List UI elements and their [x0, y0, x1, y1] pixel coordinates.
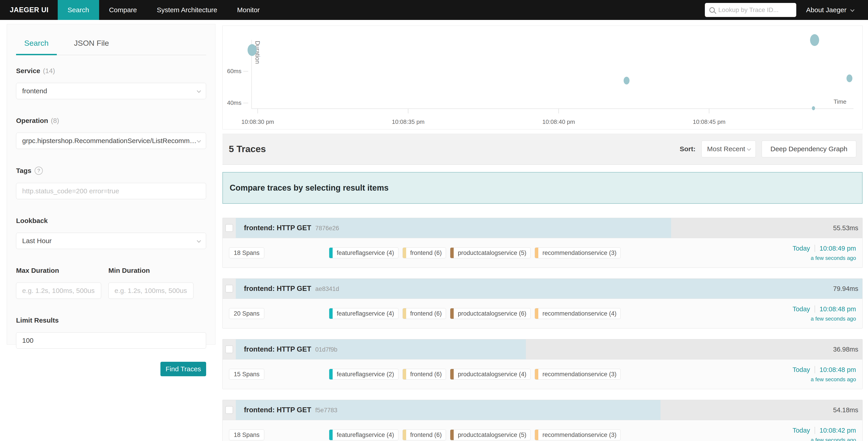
trace-relative-time: a few seconds ago — [793, 437, 856, 441]
trace-checkbox-cell — [223, 279, 236, 299]
app-brand: JAEGER UI — [0, 0, 58, 20]
service-tag-label: featureflagservice (2) — [333, 369, 398, 379]
operation-label: Operation (8) — [16, 117, 206, 124]
trace-time-column: Today 10:08:48 pm a few seconds ago — [793, 366, 856, 383]
lookback-label: Lookback — [16, 217, 206, 225]
trace-card-header[interactable]: frontend: HTTP GET01d7f9b 36.98ms — [223, 340, 862, 359]
sort-value: Most Recent — [707, 145, 745, 153]
service-color-chip — [403, 308, 406, 319]
operation-field: Operation (8) grpc.hipstershop.Recommend… — [16, 117, 206, 149]
lookback-value: Last Hour — [22, 237, 52, 245]
trace-relative-time: a few seconds ago — [793, 316, 856, 322]
trace-card-header[interactable]: frontend: HTTP GETae8341d 79.94ms — [223, 279, 862, 299]
tags-input[interactable] — [16, 183, 206, 199]
operation-select[interactable]: grpc.hipstershop.RecommendationService/L… — [16, 133, 206, 149]
trace-compare-checkbox[interactable] — [225, 406, 233, 414]
nav-item[interactable]: Compare — [99, 0, 147, 20]
trace-compare-checkbox[interactable] — [225, 224, 233, 232]
limit-results-field: Limit Results — [16, 317, 206, 349]
trace-id: 01d7f9b — [315, 346, 337, 353]
sort-label: Sort: — [680, 145, 695, 153]
service-tag: productcatalogservice (4) — [450, 369, 531, 380]
trace-result-card: frontend: HTTP GET01d7f9b 36.98ms 15 Spa… — [222, 339, 863, 389]
span-count-badge: 18 Spans — [229, 247, 264, 258]
service-tag-label: productcatalogservice (6) — [454, 308, 530, 319]
nav-item[interactable]: Search — [58, 0, 99, 20]
service-color-chip — [535, 308, 538, 319]
search-sidebar: Search JSON File Service (14) frontend O… — [7, 24, 215, 345]
help-question-icon[interactable]: ? — [35, 167, 43, 175]
trace-duration: 79.94ms — [833, 285, 862, 293]
service-tag: frontend (6) — [403, 247, 446, 258]
trace-day: Today — [793, 305, 810, 313]
trace-id: ae8341d — [315, 286, 339, 292]
y-tick-mark — [243, 71, 248, 71]
trace-scatter-dot[interactable] — [248, 44, 257, 56]
trace-title: frontend: HTTP GETf5e7783 — [236, 406, 337, 414]
trace-card-header[interactable]: frontend: HTTP GET7876e26 55.53ms — [223, 218, 862, 238]
trace-duration: 54.18ms — [833, 406, 862, 414]
service-tag-label: recommendationservice (4) — [538, 308, 620, 319]
service-tag-label: frontend (6) — [406, 248, 446, 258]
trace-result-card: frontend: HTTP GETae8341d 79.94ms 20 Spa… — [222, 278, 863, 328]
sidebar-tab-label: JSON File — [74, 39, 109, 47]
x-axis-title: Time — [834, 98, 846, 105]
service-field: Service (14) frontend — [16, 67, 206, 99]
time-divider — [815, 427, 815, 434]
find-traces-button[interactable]: Find Traces — [160, 362, 206, 376]
trace-result-card: frontend: HTTP GET7876e26 55.53ms 18 Spa… — [222, 218, 863, 268]
service-tag-label: recommendationservice (3) — [538, 430, 620, 440]
trace-card-body: 20 Spans featureflagservice (4) frontend… — [223, 299, 862, 328]
limit-results-input[interactable] — [16, 332, 206, 349]
service-tag: featureflagservice (4) — [329, 430, 399, 440]
service-tags: featureflagservice (4) frontend (6) prod… — [329, 430, 621, 440]
x-tick: 10:08:40 pm — [542, 109, 575, 125]
time-divider — [815, 366, 815, 373]
service-count: (14) — [43, 67, 55, 75]
trace-card-body: 18 Spans featureflagservice (4) frontend… — [223, 420, 862, 441]
tags-label: Tags ? — [16, 167, 206, 175]
max-duration-label: Max Duration — [16, 267, 101, 274]
trace-time: 10:08:48 pm — [819, 305, 856, 313]
trace-checkbox-cell — [223, 218, 236, 238]
duration-fields: Max Duration Min Duration — [16, 267, 206, 299]
trace-scatter-dot[interactable] — [624, 77, 629, 84]
trace-scatter-dot[interactable] — [810, 34, 819, 46]
trace-card-body: 18 Spans featureflagservice (4) frontend… — [223, 238, 862, 268]
service-color-chip — [535, 248, 538, 258]
service-tag: recommendationservice (4) — [535, 308, 621, 319]
deep-dependency-graph-button[interactable]: Deep Dependency Graph — [762, 141, 856, 157]
max-duration-input[interactable] — [16, 283, 101, 299]
trace-scatter-dot[interactable] — [812, 106, 815, 110]
sort-select[interactable]: Most Recent — [702, 141, 756, 157]
service-tag-label: recommendationservice (3) — [538, 248, 620, 258]
sidebar-tab[interactable]: Search — [16, 39, 57, 55]
service-tags: featureflagservice (4) frontend (6) prod… — [329, 247, 621, 258]
service-tag-label: productcatalogservice (5) — [454, 430, 530, 440]
service-color-chip — [329, 248, 333, 258]
sidebar-tab[interactable]: JSON File — [66, 39, 117, 55]
service-color-chip — [450, 369, 454, 379]
x-tick: 10:08:30 pm — [242, 109, 274, 125]
trace-card-header[interactable]: frontend: HTTP GETf5e7783 54.18ms — [223, 400, 862, 420]
service-select[interactable]: frontend — [16, 83, 206, 99]
service-tag: recommendationservice (3) — [535, 369, 621, 380]
trace-scatter-dot[interactable] — [846, 75, 852, 82]
trace-relative-time: a few seconds ago — [793, 255, 856, 261]
operation-value: grpc.hipstershop.RecommendationService/L… — [22, 137, 197, 145]
trace-compare-checkbox[interactable] — [225, 346, 233, 353]
lookback-field: Lookback Last Hour — [16, 217, 206, 249]
trace-day: Today — [793, 427, 810, 434]
lookback-select[interactable]: Last Hour — [16, 233, 206, 249]
y-tick-mark — [243, 103, 248, 103]
trace-relative-time: a few seconds ago — [793, 376, 856, 383]
service-tag: recommendationservice (3) — [535, 430, 621, 440]
service-label: Service (14) — [16, 67, 206, 75]
trace-compare-checkbox[interactable] — [225, 285, 233, 293]
trace-title: frontend: HTTP GET01d7f9b — [236, 345, 337, 353]
trace-count: 5 Traces — [229, 144, 266, 154]
min-duration-input[interactable] — [108, 283, 193, 299]
service-color-chip — [450, 308, 454, 319]
span-count-badge: 18 Spans — [229, 430, 264, 440]
nav-item[interactable]: System Architecture — [147, 0, 227, 20]
